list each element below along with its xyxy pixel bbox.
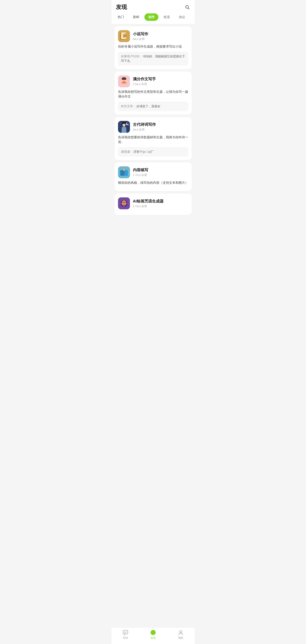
comment-text: 厉害个(≥◇≤)厂 bbox=[134, 150, 154, 154]
card-users: 1.7w人在用 bbox=[133, 173, 188, 177]
card-users: 2.5w人在用 bbox=[133, 82, 188, 86]
card-header: 小说写作 5w人在用 bbox=[118, 30, 188, 42]
comment-username: 应事用户3193： bbox=[121, 54, 142, 58]
card-desc: 模拟你的风格，续写你的内容（支持文本和图片） bbox=[118, 180, 188, 185]
svg-point-22 bbox=[124, 125, 125, 125]
tab-hot[interactable]: 热门 bbox=[114, 14, 128, 21]
svg-rect-28 bbox=[124, 170, 128, 176]
nav-chat-label: 对话 bbox=[123, 636, 128, 640]
nav-chat[interactable]: 对话 bbox=[117, 630, 134, 640]
card-users: 5w人在用 bbox=[133, 37, 188, 41]
card-title: 满分作文写手 bbox=[133, 76, 188, 82]
avatar-novel bbox=[118, 30, 130, 42]
svg-point-34 bbox=[123, 202, 123, 203]
card-comment: 唐雨潇： 厉害个(≥◇≤)厂 bbox=[118, 147, 188, 156]
card-info: 内容续写 1.7w人在用 bbox=[133, 168, 188, 177]
avatar-poetry bbox=[118, 121, 130, 133]
card-title: AI绘画咒语生成器 bbox=[133, 199, 188, 204]
card-info: AI绘画咒语生成器 1.7w人在用 bbox=[133, 199, 188, 208]
avatar-ai bbox=[118, 198, 130, 209]
nav-discover-label: 发现 bbox=[151, 636, 156, 640]
svg-rect-27 bbox=[120, 170, 124, 176]
tab-office[interactable]: 办公 bbox=[175, 14, 189, 21]
svg-point-12 bbox=[124, 80, 125, 80]
discover-icon bbox=[150, 630, 156, 635]
card-desc: 告诉我你想要的诗歌题材和主题，我将为你吟诗一首。 bbox=[118, 135, 188, 144]
comment-text: 好满意了，我喜欢 bbox=[137, 104, 160, 108]
svg-point-15 bbox=[120, 122, 120, 123]
card-title: 古代诗词写作 bbox=[133, 122, 188, 127]
card-novel-writing[interactable]: 小说写作 5w人在用 你的专属小说写作生成器，根据要求写出小说 应事用户3193… bbox=[115, 26, 192, 69]
tab-fresh[interactable]: 新鲜 bbox=[129, 14, 143, 21]
svg-point-24 bbox=[127, 122, 129, 124]
card-users: 2w人在用 bbox=[133, 128, 188, 132]
card-content-continuation[interactable]: 内容续写 1.7w人在用 模拟你的风格，续写你的内容（支持文本和图片） bbox=[115, 162, 192, 191]
card-title: 小说写作 bbox=[133, 32, 188, 36]
mine-icon bbox=[178, 630, 183, 635]
svg-rect-8 bbox=[123, 81, 125, 82]
content-area: 小说写作 5w人在用 你的专属小说写作生成器，根据要求写出小说 应事用户3193… bbox=[112, 24, 195, 237]
svg-point-19 bbox=[119, 126, 119, 126]
card-info: 小说写作 5w人在用 bbox=[133, 32, 188, 41]
nav-mine-label: 我的 bbox=[178, 636, 183, 640]
header: 发现 bbox=[112, 0, 195, 14]
svg-rect-10 bbox=[125, 82, 126, 84]
svg-point-11 bbox=[123, 80, 123, 80]
svg-point-21 bbox=[123, 125, 124, 125]
card-header: 内容续写 1.7w人在用 bbox=[118, 166, 188, 178]
tab-bar: 热门 新鲜 创作 生活 办公 bbox=[112, 14, 195, 24]
comment-username: 时空天帝： bbox=[121, 104, 136, 108]
svg-point-39 bbox=[152, 632, 154, 633]
card-desc: 你的专属小说写作生成器，根据要求写出小说 bbox=[118, 44, 188, 49]
page-title: 发现 bbox=[116, 4, 127, 11]
comment-username: 唐雨潇： bbox=[121, 150, 133, 154]
card-poetry-writing[interactable]: 古代诗词写作 2w人在用 告诉我你想要的诗歌题材和主题，我将为你吟诗一首。 唐雨… bbox=[115, 117, 192, 160]
chat-icon bbox=[123, 630, 128, 635]
svg-point-40 bbox=[180, 630, 182, 633]
tab-life[interactable]: 生活 bbox=[160, 14, 174, 21]
card-title: 内容续写 bbox=[133, 168, 188, 172]
card-ai-drawing[interactable]: AI绘画咒语生成器 1.7w人在用 bbox=[115, 194, 192, 215]
avatar-essay bbox=[118, 76, 130, 87]
card-info: 满分作文写手 2.5w人在用 bbox=[133, 76, 188, 86]
avatar-content bbox=[118, 166, 130, 178]
svg-point-18 bbox=[128, 125, 129, 125]
tab-create[interactable]: 创作 bbox=[144, 14, 158, 21]
nav-discover[interactable]: 发现 bbox=[145, 630, 162, 640]
card-comment: 时空天帝： 好满意了，我喜欢 bbox=[118, 102, 188, 111]
svg-point-33 bbox=[124, 202, 125, 203]
card-users: 1.7w人在用 bbox=[133, 204, 188, 208]
card-header: AI绘画咒语生成器 1.7w人在用 bbox=[118, 198, 188, 209]
card-header: 满分作文写手 2.5w人在用 bbox=[118, 76, 188, 87]
svg-point-35 bbox=[125, 202, 125, 203]
card-comment: 应事用户3193： 特别好，我能根据它的思路往下写下去。 bbox=[118, 52, 188, 66]
nav-mine[interactable]: 我的 bbox=[172, 630, 189, 640]
svg-rect-37 bbox=[123, 630, 128, 634]
card-desc: 告诉我你想写的作文类型和主题，让我为你写一篇满分作文 bbox=[118, 90, 188, 99]
bottom-nav: 对话 发现 我的 bbox=[112, 628, 195, 644]
card-info: 古代诗词写作 2w人在用 bbox=[133, 122, 188, 132]
svg-point-32 bbox=[123, 202, 124, 203]
svg-rect-9 bbox=[122, 82, 123, 84]
card-header: 古代诗词写作 2w人在用 bbox=[118, 121, 188, 133]
card-essay-writing[interactable]: 满分作文写手 2.5w人在用 告诉我你想写的作文类型和主题，让我为你写一篇满分作… bbox=[115, 72, 192, 114]
search-icon[interactable] bbox=[184, 4, 190, 10]
